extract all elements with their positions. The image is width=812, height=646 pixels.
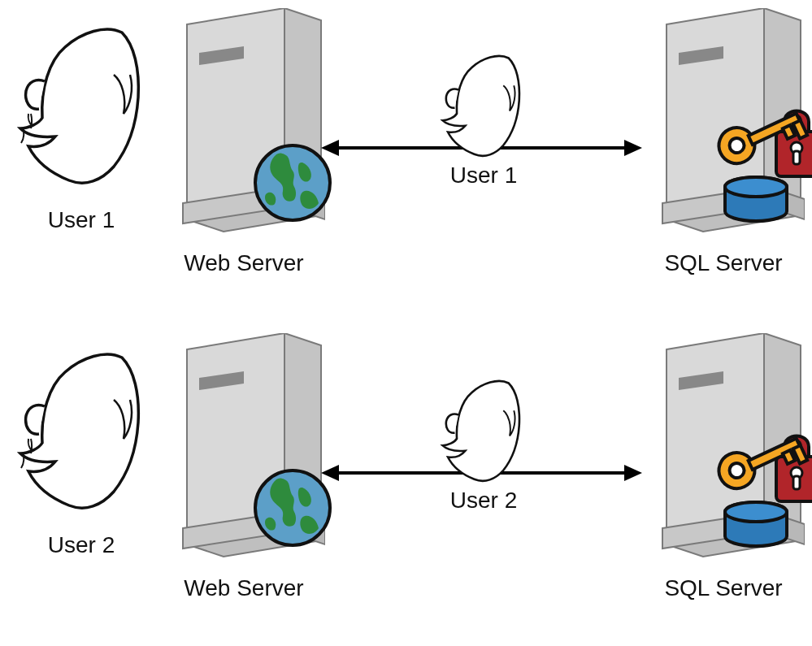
sql-server-label: SQL Server bbox=[642, 250, 805, 276]
sql-server-label: SQL Server bbox=[642, 575, 805, 601]
sql-security-icons bbox=[707, 423, 812, 548]
user-head-mid-icon bbox=[431, 53, 528, 158]
svg-rect-15 bbox=[793, 151, 800, 164]
web-server-icon bbox=[163, 8, 325, 236]
diagram-row-1: User 1 Web Server bbox=[0, 0, 812, 321]
user-head-icon bbox=[8, 349, 146, 512]
web-server-label: Web Server bbox=[163, 575, 325, 601]
user-left-label: User 2 bbox=[33, 532, 130, 558]
user-mid-label: User 2 bbox=[423, 488, 545, 514]
sql-security-icons bbox=[707, 98, 812, 223]
sql-server-icon bbox=[642, 8, 805, 236]
user-mid-label: User 1 bbox=[423, 163, 545, 189]
user-left-label: User 1 bbox=[33, 207, 130, 233]
database-icon bbox=[725, 177, 787, 221]
user-head-mid-icon bbox=[431, 378, 528, 483]
web-server-label: Web Server bbox=[163, 250, 325, 276]
diagram-row-2: User 2 Web Server bbox=[0, 325, 812, 646]
svg-point-17 bbox=[725, 177, 787, 197]
sql-server-icon bbox=[642, 333, 805, 561]
svg-point-40 bbox=[725, 502, 787, 522]
database-icon bbox=[725, 502, 787, 546]
user-head-icon bbox=[8, 24, 146, 187]
svg-rect-38 bbox=[793, 476, 800, 489]
web-server-icon bbox=[163, 333, 325, 561]
